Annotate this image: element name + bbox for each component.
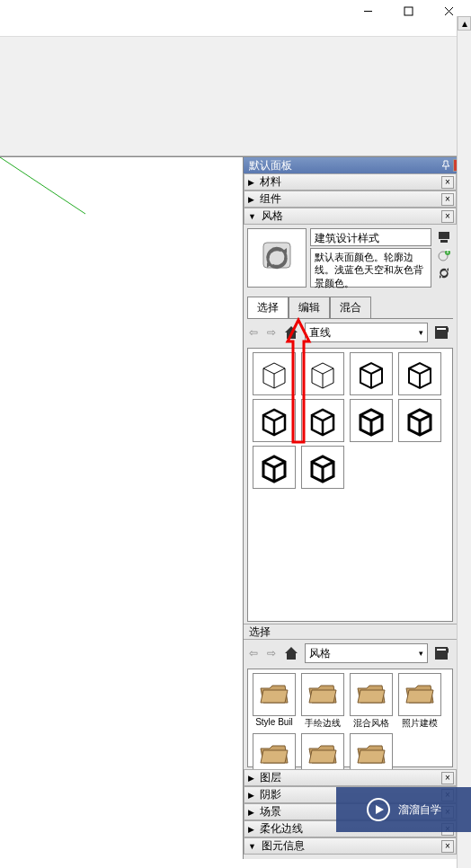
tray-panel: 默认面板 ✕ ▴ ▶ 材料 × ▶ 组件 × ▼ 风格 × <box>243 156 471 859</box>
folder-item[interactable]: 手绘边线 <box>300 673 345 730</box>
style-thumbnail[interactable] <box>247 228 307 288</box>
folder-label: 混合风格 <box>350 717 393 730</box>
style-item[interactable] <box>252 352 297 395</box>
section-close-icon[interactable]: × <box>441 840 454 853</box>
section-label: 图元信息 <box>262 838 305 854</box>
style-item[interactable] <box>397 399 442 442</box>
expand-icon: ▶ <box>248 825 254 834</box>
details-button[interactable] <box>433 645 449 661</box>
folder-label: Style Buil <box>253 717 296 727</box>
svg-rect-8 <box>439 232 449 239</box>
forward-icon[interactable]: ⇨ <box>265 647 278 660</box>
select-label: 选择 <box>249 624 271 640</box>
expand-icon: ▶ <box>248 791 254 800</box>
forward-icon[interactable]: ⇨ <box>265 326 278 339</box>
section-layers[interactable]: ▶ 图层 × <box>244 769 457 786</box>
tab-select[interactable]: 选择 <box>247 297 289 318</box>
section-entity-info[interactable]: ▼ 图元信息 × <box>244 837 457 855</box>
svg-rect-9 <box>440 240 448 243</box>
play-icon <box>366 797 391 822</box>
section-close-icon[interactable]: × <box>441 176 454 189</box>
minimize-button[interactable] <box>348 2 388 22</box>
back-icon[interactable]: ⇦ <box>247 647 260 660</box>
style-collection-dropdown[interactable]: 直线 ▾ <box>305 323 428 342</box>
style-item[interactable] <box>349 399 394 442</box>
dropdown-value: 风格 <box>309 646 331 661</box>
panel-scrollbar[interactable]: ▴ <box>457 16 471 868</box>
maximize-button[interactable] <box>388 2 429 22</box>
style-item[interactable] <box>252 446 297 489</box>
collapse-icon: ▼ <box>248 212 256 221</box>
expand-icon: ▶ <box>248 195 254 204</box>
display-secondary-button[interactable] <box>437 230 451 244</box>
window-titlebar <box>0 0 471 22</box>
panel-title: 默认面板 <box>249 158 292 173</box>
dropdown-value: 直线 <box>309 325 331 341</box>
folder-icon <box>258 681 290 708</box>
details-button[interactable] <box>433 324 449 341</box>
style-item[interactable] <box>300 399 345 442</box>
create-style-button[interactable]: + <box>437 248 451 262</box>
folder-icon <box>307 681 339 708</box>
style-item[interactable] <box>252 399 297 442</box>
viewport[interactable] <box>0 156 243 859</box>
collapse-icon: ▼ <box>248 842 256 851</box>
section-label: 柔化边线 <box>260 821 303 837</box>
svg-rect-1 <box>404 7 413 15</box>
style-nav-row: ⇦ ⇨ 直线 ▾ <box>244 319 453 346</box>
style-preview-row: 建筑设计样式 默认表面颜色。轮廓边线。浅蓝色天空和灰色背景颜色。 + <box>244 225 457 291</box>
style-tabs: 选择 编辑 混合 <box>247 297 453 318</box>
watermark-badge: 溜溜自学 <box>336 787 471 832</box>
section-close-icon[interactable]: × <box>441 772 454 784</box>
section-close-icon[interactable]: × <box>441 193 454 206</box>
expand-icon: ▶ <box>248 178 254 187</box>
home-icon[interactable] <box>283 645 299 661</box>
folder-label: 手绘边线 <box>301 717 344 730</box>
section-label: 场景 <box>260 804 281 819</box>
tab-mix[interactable]: 混合 <box>330 297 371 318</box>
folder-item[interactable]: Style Buil <box>252 673 297 730</box>
folder-icon <box>404 681 436 708</box>
chevron-down-icon: ▾ <box>419 649 423 658</box>
svg-rect-19 <box>437 649 446 651</box>
section-label: 风格 <box>262 208 283 224</box>
style-name-input[interactable]: 建筑设计样式 <box>310 228 431 246</box>
folder-icon <box>307 741 339 768</box>
home-icon[interactable] <box>283 324 299 341</box>
style-item[interactable] <box>397 352 442 395</box>
ribbon-area <box>0 36 471 156</box>
expand-icon: ▶ <box>248 774 254 783</box>
back-icon[interactable]: ⇦ <box>247 326 260 339</box>
axis-line <box>0 157 90 216</box>
svg-line-4 <box>0 157 85 214</box>
style-item[interactable] <box>349 352 394 395</box>
refresh-cube-icon <box>254 235 299 280</box>
section-label: 组件 <box>260 191 281 207</box>
svg-rect-16 <box>437 328 446 330</box>
style-description-input[interactable]: 默认表面颜色。轮廓边线。浅蓝色天空和灰色背景颜色。 <box>310 248 431 288</box>
section-label: 材料 <box>260 174 281 190</box>
panel-title-bar[interactable]: 默认面板 ✕ <box>244 157 471 173</box>
pin-icon[interactable] <box>440 160 451 171</box>
style-item[interactable] <box>300 352 345 395</box>
update-style-button[interactable] <box>437 266 451 280</box>
style-item[interactable] <box>300 446 345 489</box>
chevron-down-icon: ▾ <box>419 328 423 337</box>
folder-icon <box>355 681 387 708</box>
section-styles[interactable]: ▼ 风格 × <box>244 208 457 225</box>
section-materials[interactable]: ▶ 材料 × <box>244 173 457 190</box>
scroll-up-button[interactable]: ▴ <box>458 16 471 31</box>
section-label: 阴影 <box>260 787 281 802</box>
secondary-collection-dropdown[interactable]: 风格 ▾ <box>305 643 428 663</box>
folder-item[interactable]: 混合风格 <box>349 673 394 730</box>
section-close-icon[interactable]: × <box>441 210 454 223</box>
style-thumbnails-grid <box>247 348 453 622</box>
tab-edit[interactable]: 编辑 <box>289 297 330 318</box>
folder-grid: Style Buil手绘边线混合风格照片建模直线预设风格颜色集 <box>247 669 453 767</box>
section-components[interactable]: ▶ 组件 × <box>244 190 457 208</box>
watermark-text: 溜溜自学 <box>398 802 441 818</box>
expand-icon: ▶ <box>248 808 254 817</box>
svg-marker-22 <box>376 805 384 814</box>
folder-item[interactable]: 照片建模 <box>397 673 442 730</box>
secondary-select-header[interactable]: 选择 <box>244 624 457 640</box>
